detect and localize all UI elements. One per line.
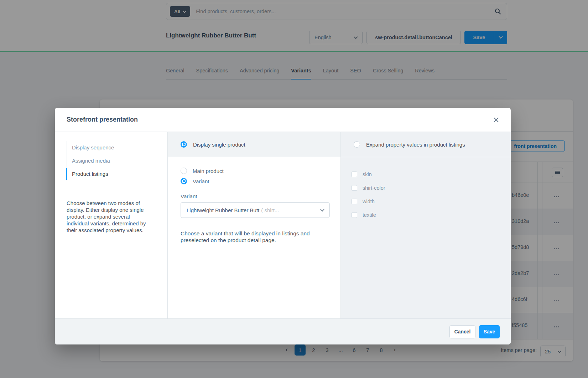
property-label: textile xyxy=(363,212,376,218)
modal-header: Storefront presentation xyxy=(55,108,511,132)
variant-field-label: Variant xyxy=(181,193,340,199)
save-button[interactable]: Save xyxy=(479,325,500,338)
variant-option-label: Variant xyxy=(193,178,209,184)
single-product-mode-label: Display single product xyxy=(193,142,245,148)
variant-select[interactable]: Lightweight Rubber Butter Butt ( shirt..… xyxy=(181,202,330,218)
textile-checkbox[interactable] xyxy=(352,212,357,218)
main-product-option[interactable]: Main product xyxy=(181,168,340,174)
close-icon[interactable] xyxy=(493,117,499,123)
property-label: width xyxy=(363,199,375,204)
property-option-skin[interactable]: skin xyxy=(352,168,511,181)
mode-description: Choose between two modes of display. Eit… xyxy=(67,200,152,234)
storefront-presentation-modal: Storefront presentation Display sequence… xyxy=(55,108,511,344)
variant-help-text: Choose a variant that will be displayed … xyxy=(181,230,322,244)
expand-properties-radio[interactable] xyxy=(354,141,360,148)
expand-properties-column: Expand property values in product listin… xyxy=(340,132,511,318)
property-label: skin xyxy=(363,172,372,177)
modal-footer: Cancel Save xyxy=(55,318,511,344)
variant-option[interactable]: Variant xyxy=(181,178,340,184)
variant-select-value: Lightweight Rubber Butter Butt xyxy=(187,207,259,213)
modal-body: Display sequence Assigned media Product … xyxy=(55,132,511,318)
property-option-textile[interactable]: textile xyxy=(352,208,511,222)
expand-properties-mode-label: Expand property values in product listin… xyxy=(366,142,465,148)
property-label: shirt-color xyxy=(363,185,385,191)
main-product-label: Main product xyxy=(193,168,224,174)
expand-properties-mode-row[interactable]: Expand property values in product listin… xyxy=(341,132,511,157)
width-checkbox[interactable] xyxy=(352,199,357,204)
modal-title: Storefront presentation xyxy=(67,116,138,123)
skin-checkbox[interactable] xyxy=(352,172,357,177)
sidebar-item-assigned-media[interactable]: Assigned media xyxy=(67,154,121,167)
single-product-mode-row[interactable]: Display single product xyxy=(168,132,340,157)
property-option-width[interactable]: width xyxy=(352,195,511,208)
single-product-column: Display single product Main product Vari… xyxy=(168,132,340,318)
variant-radio[interactable] xyxy=(181,178,187,184)
modal-sidebar: Display sequence Assigned media Product … xyxy=(55,132,168,318)
property-option-shirt-color[interactable]: shirt-color xyxy=(352,181,511,195)
single-product-radio[interactable] xyxy=(181,141,187,148)
sidebar-item-product-listings[interactable]: Product listings xyxy=(67,167,121,180)
sidebar-item-display-sequence[interactable]: Display sequence xyxy=(67,141,121,154)
app-screen: All Lightweight Rubber Butter Butt Engli… xyxy=(0,0,588,378)
main-product-radio[interactable] xyxy=(181,168,187,174)
cancel-button[interactable]: Cancel xyxy=(449,325,475,338)
modal-nav: Display sequence Assigned media Product … xyxy=(67,141,121,180)
shirt-color-checkbox[interactable] xyxy=(352,185,357,191)
chevron-down-icon xyxy=(320,208,324,211)
variant-select-hint: ( shirt... xyxy=(261,207,279,213)
